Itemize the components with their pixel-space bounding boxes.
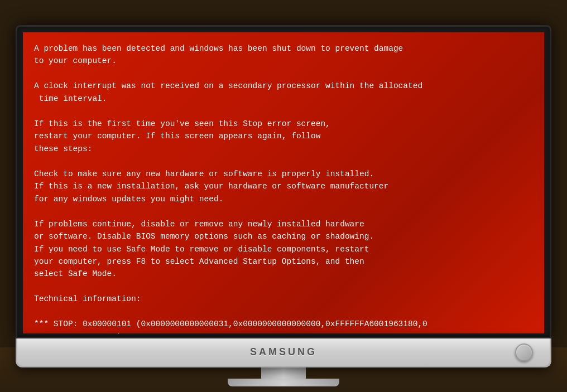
bsod-line9: these steps: bbox=[34, 144, 92, 153]
bsod-line7: If this is the first time you've seen th… bbox=[34, 119, 330, 128]
monitor-bottom-bezel: SAMSUNG bbox=[16, 338, 551, 367]
bsod-line11: Check to make sure any new hardware or s… bbox=[34, 170, 374, 178]
bsod-line13: for any windows updates you might need. bbox=[34, 195, 223, 204]
monitor-stand-base bbox=[228, 379, 339, 386]
monitor-container: A problem has been detected and windows … bbox=[10, 25, 557, 386]
bsod-line4: A clock interrupt was not received on a … bbox=[34, 81, 422, 90]
bsod-text: A problem has been detected and windows … bbox=[34, 42, 533, 333]
bsod-screen: A problem has been detected and windows … bbox=[23, 32, 544, 333]
bsod-line8: restart your computer. If this screen ap… bbox=[34, 132, 320, 141]
bsod-line2: to your computer. bbox=[34, 56, 117, 65]
bsod-line5: time interval. bbox=[34, 94, 107, 103]
monitor-stand-neck bbox=[261, 367, 306, 379]
bsod-line12: If this is a new installation, ask your … bbox=[34, 182, 388, 191]
power-button[interactable] bbox=[515, 343, 533, 361]
bsod-line23: *** STOP: 0x00000101 (0x0000000000000031… bbox=[34, 320, 427, 328]
bsod-line24: x0000000000000002) bbox=[34, 332, 122, 333]
monitor-brand-label: SAMSUNG bbox=[250, 346, 317, 358]
bsod-line19: select Safe Mode. bbox=[34, 269, 117, 278]
bsod-line17: If you need to use Safe Mode to remove o… bbox=[34, 245, 369, 254]
monitor-screen-bezel: A problem has been detected and windows … bbox=[16, 25, 551, 338]
bsod-line15: If problems continue, disable or remove … bbox=[34, 220, 364, 229]
bsod-line21: Technical information: bbox=[34, 294, 141, 303]
bsod-line16: or software. Disable BIOS memory options… bbox=[34, 232, 374, 241]
bsod-line1: A problem has been detected and windows … bbox=[34, 44, 403, 53]
bsod-line18: your computer, press F8 to select Advanc… bbox=[34, 257, 364, 266]
